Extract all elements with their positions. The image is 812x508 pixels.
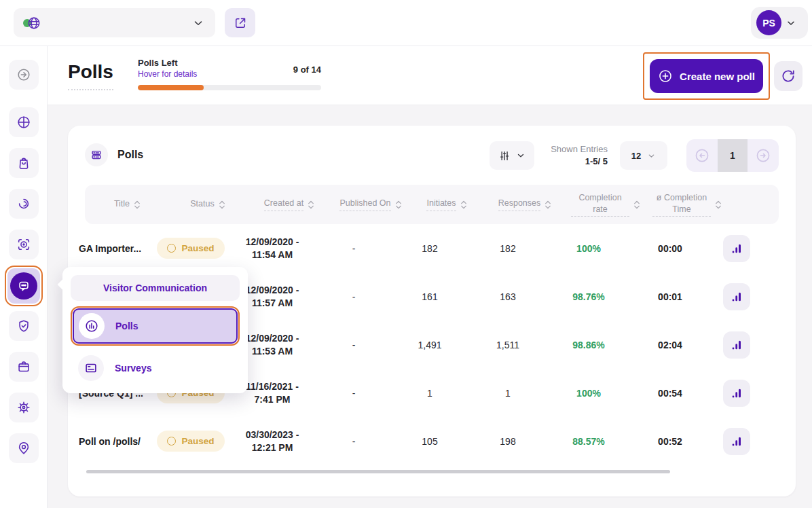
poll-initiates: 105 xyxy=(392,436,468,447)
poll-initiates: 1,491 xyxy=(392,340,468,350)
app-root: PS Polls Polls Left Hover for details 9 … xyxy=(0,0,812,508)
card-header: Polls Shown Entries 1-5/ 5 xyxy=(68,126,796,185)
shield-check-icon xyxy=(16,319,31,333)
page-title: Polls xyxy=(68,61,113,90)
open-site-button[interactable] xyxy=(225,8,255,37)
create-new-poll-button[interactable]: Create new poll xyxy=(650,59,763,93)
column-header--completion-time[interactable]: ø Completion Time xyxy=(646,192,728,217)
create-new-poll-label: Create new poll xyxy=(680,71,755,82)
sidebar-item-shield-check[interactable] xyxy=(9,311,39,341)
column-header-completion-rate[interactable]: Completion rate xyxy=(565,192,646,217)
bar-chart-icon xyxy=(730,338,743,352)
next-page-button[interactable] xyxy=(748,139,779,172)
column-header-created-at[interactable]: Created at xyxy=(246,198,333,211)
top-bar: PS xyxy=(0,0,812,46)
sidebar-item-collapse-panel[interactable] xyxy=(9,60,39,90)
poll-completion-rate: 98.76% xyxy=(548,291,629,302)
poll-initiates: 161 xyxy=(392,291,468,302)
table-row[interactable]: Poll on /polls/Paused03/30/2023 -12:21 P… xyxy=(68,417,796,465)
poll-published-on: - xyxy=(316,436,392,447)
avatar: PS xyxy=(756,10,781,35)
dashboard-pie-icon xyxy=(16,115,31,130)
horizontal-scrollbar[interactable] xyxy=(86,470,670,473)
quota-progress-bar xyxy=(138,85,321,90)
sort-icon xyxy=(308,200,314,209)
chat-bubble-icon xyxy=(10,272,37,300)
sidebar xyxy=(0,46,48,508)
shop-bag-icon xyxy=(16,156,31,170)
pagination: 1 xyxy=(686,139,779,172)
filter-button[interactable] xyxy=(490,141,534,170)
chevron-down-icon xyxy=(516,151,525,160)
briefcase-icon xyxy=(16,359,31,374)
column-header-title[interactable]: Title xyxy=(85,198,170,211)
site-selector[interactable] xyxy=(14,8,215,37)
paused-ring-icon xyxy=(167,437,176,446)
collapse-panel-icon xyxy=(16,67,31,82)
create-poll-annotation: Create new poll xyxy=(643,52,770,100)
column-header-published-on[interactable]: Published On xyxy=(333,198,409,211)
chevron-down-icon xyxy=(786,18,796,29)
user-menu[interactable]: PS xyxy=(751,7,808,39)
poll-responses: 1,511 xyxy=(468,340,548,350)
sort-icon xyxy=(715,200,722,209)
poll-completion-time: 00:54 xyxy=(629,388,711,399)
quota-value: 9 of 14 xyxy=(251,65,321,75)
sidebar-item-chat-bubble[interactable] xyxy=(5,266,43,306)
poll-title: Poll on /polls/ xyxy=(68,436,153,447)
sidebar-item-briefcase[interactable] xyxy=(9,352,39,382)
page-size-value: 12 xyxy=(631,151,641,161)
refresh-icon xyxy=(781,69,796,84)
sidebar-item-location-pin[interactable] xyxy=(9,433,39,463)
globe-icon xyxy=(24,15,42,31)
arrow-left-circle-icon xyxy=(694,147,710,164)
poll-completion-rate: 100% xyxy=(548,243,629,254)
sort-icon xyxy=(134,200,141,209)
shown-entries: Shown Entries 1-5/ 5 xyxy=(551,143,608,167)
poll-responses: 163 xyxy=(468,291,548,302)
sidebar-item-focus-target[interactable] xyxy=(9,230,39,259)
column-header-status[interactable]: Status xyxy=(170,198,246,211)
poll-completion-rate: 100% xyxy=(548,388,629,399)
sidebar-item-swirl[interactable] xyxy=(9,189,39,219)
poll-stats-button[interactable] xyxy=(723,380,750,407)
card-title: Polls xyxy=(117,149,143,161)
sort-icon xyxy=(545,200,551,209)
menu-title: Visitor Communication xyxy=(71,275,240,301)
poll-stats-button[interactable] xyxy=(723,283,750,310)
refresh-button[interactable] xyxy=(774,61,802,91)
poll-stats-button[interactable] xyxy=(723,235,750,262)
poll-completion-rate: 88.57% xyxy=(548,436,629,447)
sidebar-item-settings-gear[interactable] xyxy=(9,393,39,422)
poll-completion-time: 00:01 xyxy=(629,291,711,302)
database-icon xyxy=(85,143,108,166)
menu-item-polls[interactable]: Polls xyxy=(73,308,238,344)
poll-published-on: - xyxy=(316,388,392,399)
poll-completion-rate: 98.86% xyxy=(548,340,629,350)
poll-stats-button[interactable] xyxy=(723,428,750,455)
shown-entries-value: 1-5/ 5 xyxy=(551,156,608,168)
quota-progress-fill xyxy=(138,85,204,90)
sidebar-item-shop-bag[interactable] xyxy=(9,148,39,178)
poll-created-at: 12/09/2020 -11:54 AM xyxy=(229,236,316,261)
menu-item-surveys-label: Surveys xyxy=(115,363,151,374)
bar-chart-icon xyxy=(730,386,743,400)
current-page-button[interactable]: 1 xyxy=(718,139,748,172)
location-pin-icon xyxy=(16,441,31,456)
sort-icon xyxy=(633,200,640,209)
column-header-responses[interactable]: Responses xyxy=(485,198,565,211)
column-header-initiates[interactable]: Initiates xyxy=(409,198,485,211)
survey-card-icon xyxy=(78,355,104,381)
poll-responses: 198 xyxy=(468,436,548,447)
table-row[interactable]: GA Importer...Paused12/09/2020 -11:54 AM… xyxy=(68,224,796,272)
page-header: Polls Polls Left Hover for details 9 of … xyxy=(48,46,812,105)
poll-published-on: - xyxy=(316,340,392,350)
poll-completion-time: 02:04 xyxy=(629,340,711,350)
menu-item-surveys[interactable]: Surveys xyxy=(71,352,240,384)
previous-page-button[interactable] xyxy=(686,139,718,172)
sidebar-item-dashboard-pie[interactable] xyxy=(9,107,39,137)
poll-created-at: 03/30/2023 -12:21 PM xyxy=(229,429,316,454)
poll-completion-time: 00:52 xyxy=(629,436,711,447)
poll-stats-button[interactable] xyxy=(723,331,750,359)
page-size-select[interactable]: 12 xyxy=(620,141,667,170)
